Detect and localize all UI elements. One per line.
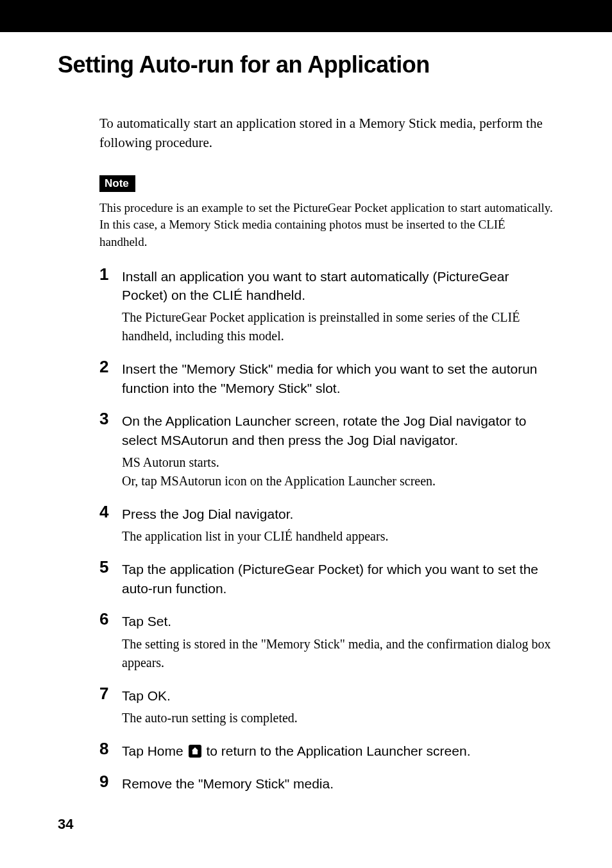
step-body: The auto-run setting is completed.	[122, 709, 554, 727]
step-title: Tap the application (PictureGear Pocket)…	[122, 560, 554, 598]
content-area: Setting Auto-run for an Application To a…	[0, 32, 612, 794]
step-title: Press the Jog Dial navigator.	[122, 505, 554, 523]
step-body: The PictureGear Pocket application is pr…	[122, 308, 554, 345]
step-2: 2 Insert the "Memory Stick" media for wh…	[99, 360, 554, 397]
step-4: 4 Press the Jog Dial navigator. The appl…	[99, 505, 554, 546]
step-title: Tap Set.	[122, 612, 554, 630]
step-title: Remove the "Memory Stick" media.	[122, 774, 554, 793]
page-title: Setting Auto-run for an Application	[58, 51, 554, 78]
step-number: 8	[99, 739, 108, 759]
step-number: 1	[99, 265, 108, 284]
step-title: Install an application you want to start…	[122, 267, 554, 305]
header-bar	[0, 0, 612, 32]
step-number: 4	[99, 502, 108, 522]
step-body: The application list in your CLIÉ handhe…	[122, 527, 554, 546]
step-9: 9 Remove the "Memory Stick" media.	[99, 774, 554, 793]
step-title: On the Application Launcher screen, rota…	[122, 412, 554, 449]
step-title: Tap OK.	[122, 686, 554, 705]
step-body: The setting is stored in the "Memory Sti…	[122, 635, 554, 672]
step-title: Insert the "Memory Stick" media for whic…	[122, 360, 554, 397]
step-3: 3 On the Application Launcher screen, ro…	[99, 412, 554, 490]
step-title-pre: Tap Home	[122, 743, 187, 758]
step-1: 1 Install an application you want to sta…	[99, 267, 554, 346]
step-number: 5	[99, 557, 108, 577]
step-7: 7 Tap OK. The auto-run setting is comple…	[99, 686, 554, 727]
step-8: 8 Tap Home to return to the Application …	[99, 742, 554, 760]
step-title: Tap Home to return to the Application La…	[122, 742, 554, 760]
step-number: 7	[99, 684, 108, 704]
page-number: 34	[58, 816, 73, 833]
note-text: This procedure is an example to set the …	[99, 200, 554, 251]
step-body: MS Autorun starts. Or, tap MSAutorun ico…	[122, 453, 554, 490]
note-label: Note	[99, 175, 135, 192]
step-title-post: to return to the Application Launcher sc…	[203, 743, 471, 758]
step-5: 5 Tap the application (PictureGear Pocke…	[99, 560, 554, 598]
step-6: 6 Tap Set. The setting is stored in the …	[99, 612, 554, 672]
home-icon	[189, 745, 201, 758]
step-number: 2	[99, 357, 108, 377]
step-number: 9	[99, 772, 108, 792]
intro-paragraph: To automatically start an application st…	[99, 114, 554, 153]
step-number: 3	[99, 409, 108, 429]
step-number: 6	[99, 609, 108, 629]
